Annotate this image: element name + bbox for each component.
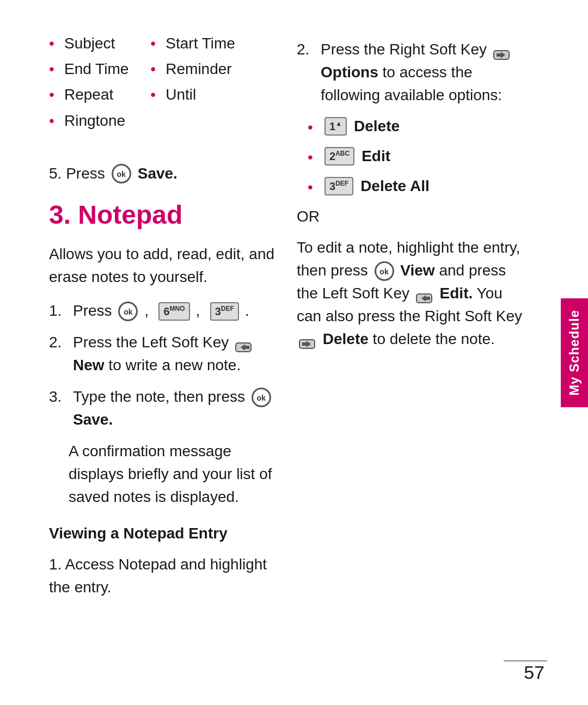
svg-rect-10	[302, 342, 307, 346]
sidebar: My Schedule	[555, 0, 588, 705]
delete-label-2: Delete	[323, 330, 369, 347]
step2-number: 2.	[49, 331, 69, 354]
confirmation-text: A confirmation message displays briefly …	[69, 440, 275, 508]
bullet-end-time: End Time	[49, 58, 128, 79]
view-label: View	[400, 262, 434, 279]
delete-icon: 1▲	[324, 117, 347, 136]
options-list: 1▲ Delete 2ABC Edit 3DEF Delete All	[308, 115, 523, 197]
right-step2: 2. Press the Right Soft Key Options to a…	[297, 38, 523, 107]
option-delete: 1▲ Delete	[308, 115, 523, 137]
sidebar-label: My Schedule	[567, 310, 582, 396]
ok-icon-step1	[118, 302, 138, 321]
bullet-subject: Subject	[49, 33, 128, 54]
bullet-list-col2: Start Time Reminder Until	[150, 33, 235, 136]
section-description: Allows you to add, read, edit, and erase…	[49, 243, 275, 289]
left-soft-key-icon-2	[416, 288, 433, 300]
step2-suffix: to write a new note.	[108, 357, 241, 373]
right-step2-content: Press the Right Soft Key Options to acce…	[321, 38, 523, 107]
ok-icon-view	[375, 261, 394, 281]
step3: 3. Type the note, then press Save.	[49, 385, 275, 431]
step3-content: Type the note, then press Save.	[73, 385, 275, 431]
svg-rect-2	[245, 346, 249, 349]
ok-icon-step3	[252, 388, 271, 407]
edit-note-paragraph: To edit a note, highlight the entry, the…	[297, 236, 523, 351]
bullet-until: Until	[150, 84, 235, 105]
left-column: Subject End Time Repeat Ringtone Start T…	[49, 33, 275, 672]
edit-icon: 2ABC	[324, 147, 354, 165]
two-col-bullets: Subject End Time Repeat Ringtone Start T…	[49, 33, 275, 153]
step2-content: Press the Left Soft Key New to write a n…	[73, 331, 275, 377]
edit-note-text4: to delete the note.	[373, 330, 495, 347]
step2: 2. Press the Left Soft Key New to write …	[49, 331, 275, 377]
sidebar-tab: My Schedule	[561, 298, 588, 407]
press-ok-label: 5. Press	[49, 165, 105, 182]
right-options-label: Options	[321, 64, 378, 81]
edit-label: Edit	[362, 145, 390, 167]
bullet-list-col1: Subject End Time Repeat Ringtone	[49, 33, 128, 136]
right-soft-key-icon	[493, 45, 511, 57]
key-3def: 3DEF	[210, 302, 239, 321]
section-heading: 3. Notepad	[49, 200, 275, 230]
svg-rect-4	[497, 53, 501, 57]
delete-all-label: Delete All	[360, 175, 430, 197]
right-soft-key-icon-2	[299, 334, 316, 346]
option-delete-all: 3DEF Delete All	[308, 175, 523, 197]
key-6mno: 6MNO	[158, 302, 189, 321]
right-step2-number: 2.	[297, 38, 316, 61]
bullet-ringtone: Ringtone	[49, 110, 128, 131]
save-label: Save.	[138, 165, 177, 182]
page-divider	[504, 660, 547, 661]
step1-content: Press , 6MNO , 3DEF .	[73, 299, 275, 322]
bullet-repeat: Repeat	[49, 84, 128, 105]
right-column: 2. Press the Right Soft Key Options to a…	[297, 33, 523, 672]
delete-label: Delete	[354, 115, 400, 137]
main-content: Subject End Time Repeat Ringtone Start T…	[0, 0, 555, 705]
ok-icon	[112, 164, 131, 183]
step2-new: New	[73, 357, 105, 373]
left-soft-key-icon	[235, 337, 253, 349]
edit-label-2: Edit.	[440, 285, 473, 302]
svg-rect-8	[426, 297, 430, 300]
view-step1-content: 1. Access Notepad and highlight the entr…	[49, 553, 275, 599]
step3-save: Save.	[73, 411, 113, 428]
step1-number: 1.	[49, 299, 69, 322]
option-edit: 2ABC Edit	[308, 145, 523, 167]
bullet-start-time: Start Time	[150, 33, 235, 54]
page-number: 57	[524, 662, 544, 683]
step3-number: 3.	[49, 385, 69, 408]
delete-all-icon: 3DEF	[324, 177, 353, 195]
bullet-reminder: Reminder	[150, 58, 235, 79]
view-step1: 1. Access Notepad and highlight the entr…	[49, 553, 275, 599]
page-container: Subject End Time Repeat Ringtone Start T…	[0, 0, 588, 705]
step1: 1. Press , 6MNO , 3DEF .	[49, 299, 275, 322]
viewing-subheading: Viewing a Notepad Entry	[49, 525, 275, 542]
or-text: OR	[297, 208, 523, 225]
press-save-line: 5. Press Save.	[49, 164, 275, 183]
